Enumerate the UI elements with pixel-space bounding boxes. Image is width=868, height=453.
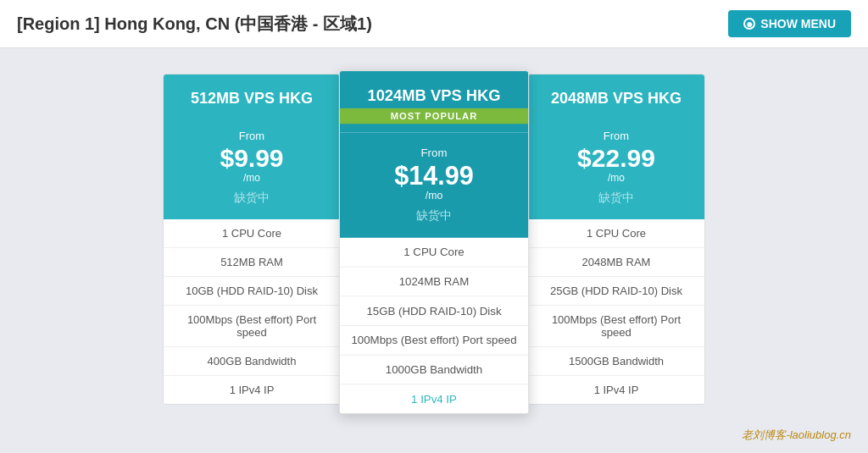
feature-row: 1 CPU Core	[528, 219, 704, 248]
plan-header: 2048MB VPS HKG	[528, 75, 704, 116]
top-bar: [Region 1] Hong Kong, CN (中国香港 - 区域1) ● …	[0, 0, 868, 48]
plans-container: 512MB VPS HKG From $9.99 /mo 缺货中 1 CPU C…	[163, 74, 705, 411]
plan-price: $22.99	[537, 144, 696, 172]
feature-row: 15GB (HDD RAID-10) Disk	[340, 296, 528, 326]
feature-row: 1 CPU Core	[340, 238, 528, 268]
feature-row: 25GB (HDD RAID-10) Disk	[528, 277, 704, 306]
plan-price: $14.99	[348, 161, 520, 190]
plan-features: 1 CPU Core2048MB RAM25GB (HDD RAID-10) D…	[528, 219, 704, 404]
feature-row: 1000GB Bandwidth	[340, 356, 528, 385]
feature-row: 1 IPv4 IP	[528, 376, 704, 404]
out-of-stock: 缺货中	[348, 208, 520, 224]
feature-row: 2048MB RAM	[528, 248, 704, 277]
feature-row: 1 IPv4 IP	[164, 376, 340, 404]
feature-row: 1024MB RAM	[340, 268, 528, 297]
per-mo: /mo	[172, 172, 331, 184]
out-of-stock: 缺货中	[537, 191, 696, 206]
from-label: From	[537, 130, 696, 142]
from-label: From	[172, 130, 331, 142]
show-menu-label: SHOW MENU	[760, 17, 836, 30]
plan-features: 1 CPU Core512MB RAM10GB (HDD RAID-10) Di…	[164, 219, 340, 404]
plan-header: 1024MB VPS HKG MOST POPULAR	[340, 71, 528, 132]
plan-card-plan-512: 512MB VPS HKG From $9.99 /mo 缺货中 1 CPU C…	[163, 74, 341, 405]
watermark: 老刘博客-laoliublog.cn	[742, 428, 851, 443]
feature-row: 400GB Bandwidth	[164, 347, 340, 376]
show-menu-button[interactable]: ● SHOW MENU	[728, 10, 851, 37]
plan-header: 512MB VPS HKG	[164, 75, 340, 116]
per-mo: /mo	[348, 190, 520, 202]
feature-row: 1 CPU Core	[164, 219, 340, 248]
circle-icon: ●	[743, 18, 755, 30]
plan-name: 1024MB VPS HKG	[348, 86, 520, 104]
feature-row: 100Mbps (Best effort) Port speed	[164, 306, 340, 347]
per-mo: /mo	[537, 172, 696, 184]
feature-row: 1 IPv4 IP	[340, 384, 528, 413]
page-title: [Region 1] Hong Kong, CN (中国香港 - 区域1)	[17, 13, 372, 36]
feature-row: 100Mbps (Best effort) Port speed	[340, 326, 528, 356]
plan-features: 1 CPU Core1024MB RAM15GB (HDD RAID-10) D…	[340, 238, 528, 413]
main-content: 512MB VPS HKG From $9.99 /mo 缺货中 1 CPU C…	[0, 48, 868, 436]
out-of-stock: 缺货中	[172, 191, 331, 206]
plan-price: $9.99	[172, 144, 331, 172]
feature-row: 1500GB Bandwidth	[528, 347, 704, 376]
feature-row: 10GB (HDD RAID-10) Disk	[164, 277, 340, 306]
plan-pricing: From $9.99 /mo 缺货中	[164, 116, 340, 219]
plan-pricing: From $14.99 /mo 缺货中	[340, 132, 528, 237]
most-popular-badge: MOST POPULAR	[340, 108, 528, 124]
feature-row: 100Mbps (Best effort) Port speed	[528, 306, 704, 347]
plan-pricing: From $22.99 /mo 缺货中	[528, 116, 704, 219]
plan-card-plan-2048: 2048MB VPS HKG From $22.99 /mo 缺货中 1 CPU…	[527, 74, 705, 405]
plan-name: 512MB VPS HKG	[172, 90, 331, 108]
plan-name: 2048MB VPS HKG	[537, 90, 696, 108]
feature-row: 512MB RAM	[164, 248, 340, 277]
plan-card-plan-1024: 1024MB VPS HKG MOST POPULAR From $14.99 …	[339, 70, 529, 414]
from-label: From	[348, 146, 520, 159]
